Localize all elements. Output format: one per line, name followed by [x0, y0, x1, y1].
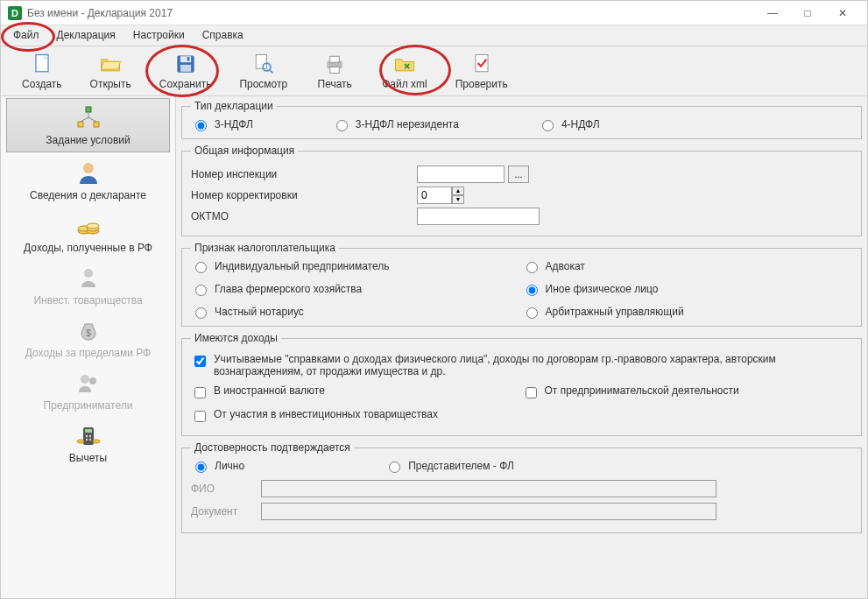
- sidebar-income-abroad-label: Доходы за пределами РФ: [25, 347, 151, 359]
- person-icon: [74, 159, 102, 187]
- svg-rect-4: [180, 65, 190, 72]
- toolbar: Создать Открыть Сохранить Просмотр Печат…: [1, 46, 867, 96]
- check-spravka[interactable]: [194, 356, 206, 367]
- svg-line-18: [88, 117, 96, 122]
- minimize-button[interactable]: —: [755, 1, 790, 25]
- xmlfile-label: Файл xml: [382, 78, 427, 90]
- fio-label: ФИО: [191, 483, 261, 495]
- general-info-group: Общая информация Номер инспекции ... Ном…: [181, 144, 862, 236]
- sidebar-item-entrepreneur[interactable]: Предприниматели: [1, 364, 175, 417]
- sidebar-item-conditions[interactable]: Задание условий: [6, 98, 170, 152]
- folder-open-icon: [98, 52, 123, 76]
- decl-type-group: Тип декларации 3-НДФЛ 3-НДФЛ нерезидента…: [181, 100, 862, 139]
- check-business[interactable]: [526, 387, 537, 398]
- create-button[interactable]: Создать: [15, 50, 69, 92]
- open-label: Открыть: [90, 78, 131, 90]
- svg-rect-5: [187, 57, 189, 60]
- svg-rect-10: [330, 56, 340, 62]
- radio-3ndfl[interactable]: 3-НДФЛ: [191, 117, 253, 131]
- xmlfile-button[interactable]: Файл xml: [375, 50, 434, 92]
- income-group: Имеются доходы Учитываемые "справками о …: [181, 332, 862, 436]
- conditions-icon: [74, 104, 102, 132]
- printer-icon: [322, 52, 347, 76]
- svg-point-28: [89, 377, 96, 384]
- inspection-input[interactable]: [417, 166, 505, 183]
- menu-declaration[interactable]: Декларация: [48, 25, 124, 46]
- sidebar-conditions-label: Задание условий: [46, 134, 130, 146]
- open-button[interactable]: Открыть: [83, 50, 138, 92]
- sidebar-item-income-rf[interactable]: Доходы, полученные в РФ: [1, 207, 175, 259]
- sidebar-item-invest[interactable]: Инвест. товарищества: [1, 259, 175, 312]
- create-label: Создать: [22, 78, 62, 90]
- maximize-button[interactable]: □: [790, 1, 825, 25]
- svg-rect-0: [36, 55, 48, 72]
- check-spravka-label: Учитываемые "справками о доходах физичес…: [214, 353, 792, 377]
- svg-point-31: [85, 435, 87, 437]
- folder-xml-icon: [392, 52, 417, 76]
- print-button[interactable]: Печать: [308, 50, 361, 92]
- radio-farm[interactable]: Глава фермерского хозяйства: [191, 282, 522, 296]
- close-button[interactable]: ✕: [825, 1, 860, 25]
- coins-icon: [74, 212, 102, 240]
- magnifier-document-icon: [251, 52, 276, 76]
- radio-arbitr[interactable]: Арбитражный управляющий: [522, 305, 853, 319]
- confirm-legend: Достоверность подтверждается: [191, 441, 354, 454]
- window-title: Без имени - Декларация 2017: [27, 7, 755, 19]
- fio-input[interactable]: [261, 480, 716, 497]
- confirm-group: Достоверность подтверждается Лично Предс…: [181, 441, 862, 533]
- sidebar-item-income-abroad[interactable]: $ Доходы за пределами РФ: [1, 312, 175, 364]
- menu-file[interactable]: Файл: [4, 25, 48, 46]
- taxpayer-legend: Признак налогоплательщика: [191, 242, 339, 254]
- radio-3ndfl-nonres[interactable]: 3-НДФЛ нерезидента: [332, 117, 459, 131]
- menu-settings[interactable]: Настройки: [124, 25, 194, 46]
- radio-ip[interactable]: Индивидуальный предприниматель: [191, 259, 522, 273]
- invest-icon: [74, 264, 102, 292]
- correction-input[interactable]: [417, 187, 452, 204]
- content-panel: Тип декларации 3-НДФЛ 3-НДФЛ нерезидента…: [176, 96, 867, 599]
- sidebar-item-declarant[interactable]: Сведения о декларанте: [1, 154, 175, 207]
- radio-personal[interactable]: Лично: [191, 459, 244, 473]
- check-button[interactable]: Проверить: [448, 50, 515, 92]
- menubar: Файл Декларация Настройки Справка: [1, 25, 867, 46]
- radio-notary[interactable]: Частный нотариус: [191, 305, 522, 319]
- svg-point-25: [84, 269, 93, 278]
- correction-spin-up[interactable]: ▲: [452, 187, 464, 195]
- oktmo-label: ОКТМО: [191, 210, 349, 222]
- check-business-label: От предпринимательской деятельности: [545, 384, 739, 397]
- svg-rect-14: [78, 122, 83, 127]
- radio-other-phys[interactable]: Иное физическое лицо: [522, 282, 853, 296]
- check-invest[interactable]: [194, 411, 206, 422]
- correction-spin-down[interactable]: ▼: [452, 195, 464, 204]
- svg-rect-13: [86, 107, 91, 112]
- inspection-browse-button[interactable]: ...: [508, 166, 529, 183]
- menu-help[interactable]: Справка: [194, 25, 252, 46]
- save-button[interactable]: Сохранить: [152, 50, 219, 92]
- svg-rect-12: [476, 55, 488, 72]
- preview-button[interactable]: Просмотр: [232, 50, 294, 92]
- svg-rect-15: [94, 122, 99, 127]
- check-foreign-label: В иностранной валюте: [214, 384, 325, 397]
- check-foreign[interactable]: [194, 387, 206, 398]
- money-bag-icon: $: [74, 317, 102, 345]
- radio-4ndfl[interactable]: 4-НДФЛ: [538, 117, 600, 131]
- svg-point-36: [93, 440, 100, 443]
- sidebar-declarant-label: Сведения о декларанте: [30, 189, 146, 201]
- taxpayer-group: Признак налогоплательщика Индивидуальный…: [181, 242, 862, 327]
- svg-point-27: [81, 375, 89, 384]
- document-input[interactable]: [261, 503, 716, 520]
- preview-label: Просмотр: [239, 78, 287, 90]
- new-document-icon: [30, 52, 54, 76]
- sidebar-item-deductions[interactable]: Вычеты: [1, 417, 175, 469]
- save-label: Сохранить: [159, 78, 212, 90]
- svg-text:$: $: [86, 328, 91, 338]
- calculator-icon: [74, 422, 102, 450]
- radio-lawyer[interactable]: Адвокат: [522, 259, 853, 273]
- titlebar: D Без имени - Декларация 2017 — □ ✕: [1, 1, 867, 25]
- oktmo-input[interactable]: [417, 208, 540, 225]
- sidebar-invest-label: Инвест. товарищества: [33, 294, 142, 307]
- decl-type-legend: Тип декларации: [191, 100, 277, 112]
- svg-point-35: [77, 440, 84, 443]
- floppy-disk-icon: [173, 52, 198, 76]
- radio-representative[interactable]: Представителем - ФЛ: [385, 459, 514, 473]
- sidebar-income-rf-label: Доходы, полученные в РФ: [24, 242, 152, 254]
